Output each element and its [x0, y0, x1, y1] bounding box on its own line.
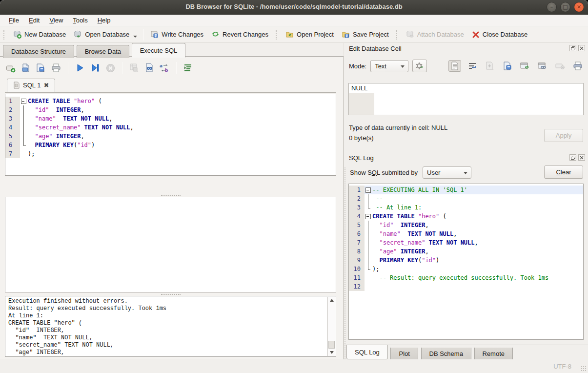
set-null-icon[interactable] [554, 60, 567, 72]
code-text: "id" INTEGER, [27, 105, 336, 114]
stop-execution-button[interactable] [104, 62, 116, 74]
svg-text:b: b [165, 68, 168, 73]
fold-margin [365, 194, 371, 203]
float-panel-button[interactable] [569, 45, 576, 51]
open-sql-file-button[interactable] [20, 62, 32, 74]
close-panel-button[interactable] [578, 45, 585, 51]
menu-help[interactable]: Help [93, 16, 116, 25]
toolbar-drag-handle[interactable] [3, 30, 6, 40]
encoding-indicator[interactable]: UTF-8 [553, 363, 571, 370]
execute-current-line-button[interactable] [89, 62, 101, 74]
tab-browse-data[interactable]: Browse Data [77, 45, 129, 58]
fold-marker-icon[interactable] [365, 186, 371, 194]
sql-log-view[interactable]: 1-- EXECUTING ALL IN 'SQL 1'2 --3 -- At … [348, 184, 584, 340]
sql-tab-1[interactable]: SQL 1 ✖ [7, 79, 55, 92]
main-tabbar: Database Structure Browse Data Execute S… [0, 43, 344, 57]
close-panel-button[interactable] [578, 154, 585, 161]
dock-tab-db-schema[interactable]: DB Schema [421, 348, 471, 361]
fold-margin [365, 229, 371, 238]
open-database-dropdown-arrow[interactable] [133, 36, 137, 38]
find-replace-button[interactable]: ab [159, 62, 170, 74]
editor-results-splitter[interactable] [5, 193, 336, 197]
close-database-button[interactable]: Close Database [468, 29, 532, 41]
fold-margin [20, 114, 27, 123]
dock-tab-sql-log[interactable]: SQL Log [346, 345, 388, 359]
save-sql-file-button[interactable] [35, 62, 47, 74]
dock-tab-plot[interactable]: Plot [390, 348, 418, 361]
link-data-icon[interactable] [536, 60, 549, 72]
text-mode-icon[interactable] [448, 60, 461, 72]
save-project-button[interactable]: Save Project [338, 28, 393, 41]
save-results-button[interactable] [128, 62, 140, 74]
results-grid[interactable] [5, 197, 336, 292]
dock-splitter-handle[interactable] [345, 167, 345, 373]
code-line: 1-- EXECUTING ALL IN 'SQL 1' [349, 186, 583, 194]
maximize-button[interactable]: □ [560, 2, 570, 12]
execution-message-pane[interactable]: Execution finished without errors.Result… [5, 296, 336, 357]
mode-select[interactable]: Text [370, 60, 408, 72]
revert-changes-label: Revert Changes [223, 31, 268, 38]
float-panel-button[interactable] [569, 154, 576, 161]
maximize-icon: □ [561, 2, 570, 12]
scroll-up-icon[interactable] [328, 297, 335, 304]
fold-marker-icon[interactable] [20, 97, 27, 105]
toolbar-drag-handle[interactable] [276, 30, 278, 40]
line-number: 1 [349, 186, 365, 194]
scroll-down-icon[interactable] [328, 349, 335, 356]
apply-button[interactable]: Apply [544, 129, 583, 142]
fold-marker-icon[interactable] [365, 212, 371, 221]
revert-changes-button[interactable]: Revert Changes [207, 28, 272, 41]
auto-switch-mode-button[interactable] [412, 60, 427, 72]
stop-execution-icon [106, 63, 115, 73]
dock-tab-remote[interactable]: Remote [474, 348, 513, 361]
menu-file[interactable]: File [4, 16, 24, 25]
print-cell-icon[interactable] [571, 60, 584, 72]
menu-edit[interactable]: Edit [24, 16, 44, 25]
code-text: ); [27, 149, 336, 158]
tab-execute-sql[interactable]: Execute SQL [132, 43, 186, 58]
resize-grip[interactable] [581, 366, 586, 371]
new-sql-tab-button[interactable] [5, 62, 17, 74]
sql-editor[interactable]: 1CREATE TABLE "hero" (2 "id" INTEGER,3 "… [5, 94, 336, 176]
sql-log-code: 1-- EXECUTING ALL IN 'SQL 1'2 --3 -- At … [349, 184, 583, 291]
close-button[interactable]: ✕ [574, 2, 584, 12]
write-changes-label: Write Changes [162, 31, 203, 38]
code-line: 2 -- [349, 194, 583, 203]
code-line: 1CREATE TABLE "hero" ( [5, 97, 336, 105]
scrollbar-thumb[interactable] [328, 341, 335, 349]
print-sql-button[interactable] [50, 62, 62, 74]
code-line: 12 [349, 282, 583, 291]
format-sql-button[interactable] [182, 62, 194, 74]
open-project-button[interactable]: Open Project [282, 28, 338, 41]
attach-database-button[interactable]: Attach Database [402, 28, 468, 41]
save-data-icon[interactable] [501, 60, 514, 72]
word-wrap-icon[interactable] [466, 60, 479, 72]
sql-file-icon [13, 82, 20, 89]
menu-tools[interactable]: Tools [68, 16, 92, 25]
cell-editor[interactable]: NULL [348, 83, 584, 115]
find-replace-icon: ab [159, 63, 170, 73]
app-window: DB Browser for SQLite - /home/user/code/… [0, 0, 588, 373]
open-database-button[interactable]: Open Database [70, 28, 141, 41]
clear-log-button[interactable]: Clear [544, 166, 583, 179]
find-in-sql-button[interactable] [143, 62, 155, 74]
titlebar[interactable]: DB Browser for SQLite - /home/user/code/… [0, 0, 588, 15]
save-results-icon [129, 63, 140, 73]
new-database-button[interactable]: New Database [9, 28, 70, 41]
window-title: DB Browser for SQLite - /home/user/code/… [0, 3, 588, 10]
toolbar-drag-handle[interactable] [396, 30, 399, 40]
write-changes-button[interactable]: Write Changes [146, 28, 207, 41]
minimize-button[interactable]: – [547, 2, 557, 12]
format-sql-icon [183, 63, 193, 72]
message-scrollbar[interactable] [327, 297, 335, 356]
menu-view[interactable]: View [44, 16, 68, 25]
results-message-splitter[interactable] [5, 292, 336, 296]
tab-database-structure[interactable]: Database Structure [3, 45, 74, 58]
execute-sql-button[interactable] [74, 62, 86, 74]
export-data-icon[interactable] [519, 60, 531, 72]
close-sql-tab-icon[interactable]: ✖ [43, 82, 49, 89]
import-data-icon[interactable] [484, 60, 496, 72]
code-line: 4CREATE TABLE "hero" ( [349, 212, 583, 221]
submitted-by-select[interactable]: User [423, 166, 471, 179]
code-line: 6 PRIMARY KEY("id") [5, 141, 336, 149]
